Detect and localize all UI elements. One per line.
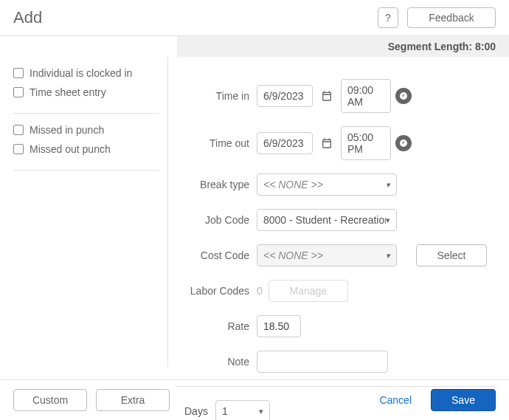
- feedback-button[interactable]: Feedback: [407, 7, 496, 28]
- cost-code-value: << NONE >>: [263, 249, 323, 261]
- left-sidebar: Individual is clocked in Time sheet entr…: [13, 57, 168, 367]
- job-code-value: 8000 - Student - Recreation S: [263, 214, 386, 226]
- extra-button[interactable]: Extra: [96, 389, 170, 411]
- checkbox-row-timesheet[interactable]: Time sheet entry: [13, 86, 159, 98]
- row-time-out: Time out 6/9/2023 05:00 PM: [176, 126, 496, 160]
- row-rate: Rate 18.50: [176, 315, 496, 337]
- clock-icon[interactable]: [395, 88, 412, 104]
- help-button[interactable]: ?: [378, 7, 398, 28]
- time-out-date-input[interactable]: 6/9/2023: [257, 132, 313, 154]
- checkbox-row-missed-in[interactable]: Missed in punch: [13, 124, 159, 136]
- checkbox-icon[interactable]: [13, 144, 24, 154]
- row-labor-codes: Labor Codes 0 Manage: [176, 280, 496, 302]
- row-cost-code: Cost Code << NONE >> ▾ Select: [176, 244, 496, 266]
- segment-length-label: Segment Length:: [388, 41, 472, 52]
- checkbox-icon[interactable]: [13, 125, 24, 135]
- checkbox-group-1: Individual is clocked in Time sheet entr…: [13, 67, 159, 114]
- rate-input[interactable]: 18.50: [257, 315, 301, 337]
- label-note: Note: [176, 356, 249, 368]
- row-break-type: Break type << NONE >> ▾: [176, 173, 496, 196]
- header-buttons: ? Feedback: [378, 7, 496, 28]
- time-in-date-input[interactable]: 6/9/2023: [257, 85, 313, 107]
- label-cost-code: Cost Code: [176, 249, 249, 261]
- custom-button[interactable]: Custom: [13, 389, 87, 411]
- label-labor-codes: Labor Codes: [176, 285, 249, 297]
- break-type-value: << NONE >>: [263, 179, 323, 190]
- label-time-out: Time out: [176, 137, 249, 149]
- page-title: Add: [13, 8, 42, 27]
- segment-length-value: 8:00: [475, 41, 496, 52]
- checkbox-group-2: Missed in punch Missed out punch: [13, 124, 159, 171]
- label-break-type: Break type: [176, 179, 249, 190]
- checkbox-row-missed-out[interactable]: Missed out punch: [13, 143, 159, 155]
- checkbox-label: Individual is clocked in: [30, 67, 132, 79]
- header-bar: Add ? Feedback: [0, 0, 509, 36]
- checkbox-label: Missed in punch: [30, 124, 104, 136]
- note-input[interactable]: [257, 351, 388, 373]
- row-note: Note: [176, 351, 496, 373]
- checkbox-label: Missed out punch: [30, 143, 111, 155]
- label-rate: Rate: [176, 320, 249, 332]
- manage-labor-codes-button[interactable]: Manage: [269, 280, 348, 302]
- footer-bar: Custom Extra Cancel Save: [0, 379, 509, 420]
- clock-icon[interactable]: [395, 135, 412, 151]
- chevron-down-icon: ▾: [386, 216, 390, 225]
- chevron-down-icon: ▾: [386, 180, 390, 190]
- time-in-time-input[interactable]: 09:00 AM: [341, 79, 391, 113]
- checkbox-icon[interactable]: [13, 87, 24, 97]
- row-time-in: Time in 6/9/2023 09:00 AM: [176, 79, 496, 113]
- labor-codes-count: 0: [257, 285, 263, 297]
- segment-length-bar: Segment Length: 8:00: [177, 36, 509, 57]
- checkbox-icon[interactable]: [13, 68, 24, 78]
- row-job-code: Job Code 8000 - Student - Recreation S ▾: [176, 209, 496, 231]
- checkbox-label: Time sheet entry: [30, 86, 106, 98]
- job-code-select[interactable]: 8000 - Student - Recreation S ▾: [257, 209, 397, 231]
- chevron-down-icon: ▾: [386, 251, 390, 261]
- break-type-select[interactable]: << NONE >> ▾: [257, 173, 397, 196]
- save-button[interactable]: Save: [431, 389, 496, 411]
- checkbox-row-clocked-in[interactable]: Individual is clocked in: [13, 67, 159, 79]
- time-out-time-input[interactable]: 05:00 PM: [341, 126, 391, 160]
- cost-code-select-button[interactable]: Select: [416, 244, 487, 266]
- cancel-link[interactable]: Cancel: [379, 394, 412, 406]
- cost-code-select[interactable]: << NONE >> ▾: [257, 244, 397, 266]
- calendar-icon[interactable]: [317, 85, 336, 107]
- label-time-in: Time in: [176, 90, 249, 102]
- form-area: Time in 6/9/2023 09:00 AM Time out 6/9/2…: [168, 57, 496, 420]
- calendar-icon[interactable]: [317, 132, 336, 154]
- label-job-code: Job Code: [176, 214, 249, 226]
